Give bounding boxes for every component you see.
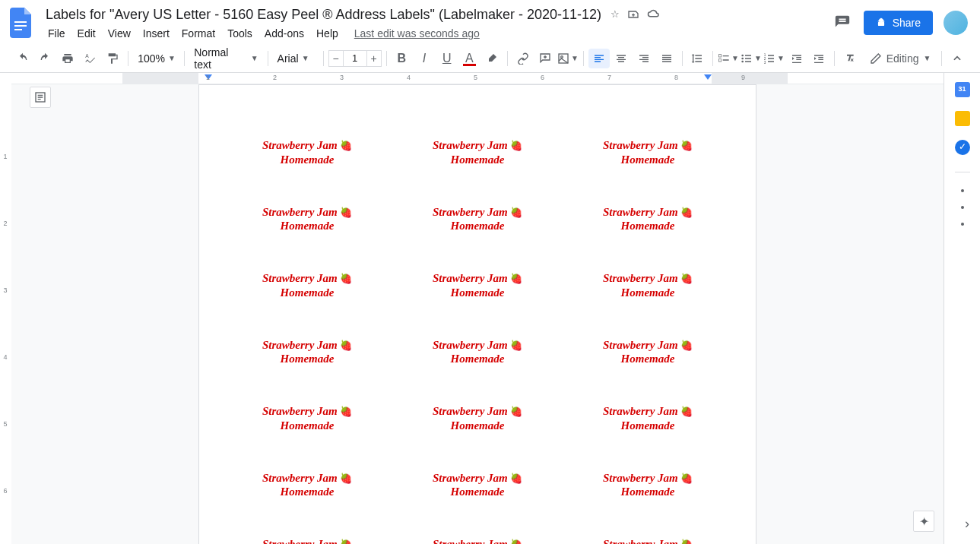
- svg-rect-0: [14, 21, 27, 23]
- numbered-list-button[interactable]: 123▼: [763, 49, 785, 68]
- collapse-toolbar-button[interactable]: [947, 49, 968, 68]
- share-button[interactable]: Share: [864, 11, 933, 35]
- menu-add-ons[interactable]: Add-ons: [259, 24, 309, 43]
- paint-format-button[interactable]: [103, 49, 124, 68]
- svg-point-6: [561, 55, 563, 58]
- svg-rect-3: [878, 22, 884, 26]
- label-cell[interactable]: Strawberry JamHomemade: [230, 205, 385, 234]
- explore-button[interactable]: ✦: [913, 511, 934, 532]
- horizontal-ruler: 123456789: [11, 73, 944, 84]
- move-icon[interactable]: [627, 8, 639, 21]
- svg-rect-7: [718, 54, 721, 56]
- underline-button[interactable]: U: [436, 49, 458, 68]
- tasks-icon[interactable]: [955, 140, 970, 155]
- keep-icon[interactable]: [955, 111, 970, 126]
- menu-file[interactable]: File: [43, 24, 71, 43]
- line-spacing-button[interactable]: [687, 49, 708, 68]
- side-dot: [961, 206, 964, 209]
- label-cell[interactable]: Strawberry JamHomemade: [570, 271, 725, 300]
- bold-button[interactable]: B: [392, 49, 413, 68]
- highlight-button[interactable]: [481, 49, 503, 68]
- comments-button[interactable]: [832, 12, 853, 33]
- star-icon[interactable]: ☆: [611, 8, 620, 21]
- label-cell[interactable]: Strawberry JamHomemade: [400, 471, 555, 500]
- label-cell[interactable]: Strawberry JamHomemade: [570, 138, 725, 167]
- menu-tools[interactable]: Tools: [222, 24, 258, 43]
- paragraph-style-select[interactable]: Normal text▼: [189, 49, 262, 68]
- right-indent-marker[interactable]: [704, 74, 712, 80]
- label-cell[interactable]: Strawberry JamHomemade: [230, 138, 385, 167]
- checklist-button[interactable]: ▼: [718, 49, 739, 68]
- svg-point-11: [741, 60, 744, 62]
- increase-indent-button[interactable]: [808, 49, 829, 68]
- align-right-button[interactable]: [633, 49, 655, 68]
- zoom-select[interactable]: 100%▼: [133, 49, 179, 68]
- label-cell[interactable]: Strawberry JamHomemade: [570, 404, 725, 433]
- document-page[interactable]: Strawberry JamHomemadeStrawberry JamHome…: [198, 84, 756, 544]
- label-cell[interactable]: Strawberry JamHomemade: [400, 138, 555, 167]
- redo-button[interactable]: [35, 49, 56, 68]
- label-cell[interactable]: Strawberry JamHomemade: [230, 537, 385, 544]
- insert-image-button[interactable]: ▼: [557, 49, 579, 68]
- document-title[interactable]: Labels for "Avery US Letter - 5160 Easy …: [43, 5, 604, 24]
- document-scroll[interactable]: 123456789 Strawberry JamHomemadeStrawber…: [11, 73, 944, 544]
- clear-formatting-button[interactable]: [839, 49, 861, 68]
- label-cell[interactable]: Strawberry JamHomemade: [400, 537, 555, 544]
- svg-rect-1: [14, 25, 27, 27]
- svg-text:A: A: [85, 52, 89, 58]
- align-center-button[interactable]: [611, 49, 633, 68]
- spellcheck-button[interactable]: A: [80, 49, 101, 68]
- svg-rect-8: [718, 59, 721, 61]
- cloud-icon[interactable]: [647, 8, 661, 21]
- menu-format[interactable]: Format: [176, 24, 220, 43]
- font-size-value[interactable]: 1: [344, 50, 366, 67]
- decrease-indent-button[interactable]: [786, 49, 807, 68]
- label-cell[interactable]: Strawberry JamHomemade: [570, 471, 725, 500]
- label-cell[interactable]: Strawberry JamHomemade: [570, 537, 725, 544]
- insert-comment-button[interactable]: [534, 49, 556, 68]
- text-color-button[interactable]: A: [459, 49, 480, 68]
- label-cell[interactable]: Strawberry JamHomemade: [400, 338, 555, 367]
- align-left-button[interactable]: [588, 49, 610, 68]
- font-size-decrease[interactable]: −: [328, 50, 344, 67]
- toolbar: A 100%▼ Normal text▼ Arial▼ − 1 + B I U …: [0, 44, 980, 73]
- label-cell[interactable]: Strawberry JamHomemade: [230, 404, 385, 433]
- side-dot: [961, 189, 964, 192]
- align-justify-button[interactable]: [656, 49, 677, 68]
- menu-edit[interactable]: Edit: [72, 24, 101, 43]
- vertical-ruler: 123456: [0, 73, 11, 544]
- side-panel-expand[interactable]: ›: [965, 516, 969, 532]
- print-button[interactable]: [57, 49, 78, 68]
- label-cell[interactable]: Strawberry JamHomemade: [400, 271, 555, 300]
- last-edit-link[interactable]: Last edit was seconds ago: [354, 27, 480, 40]
- svg-text:3: 3: [764, 60, 766, 64]
- label-cell[interactable]: Strawberry JamHomemade: [400, 404, 555, 433]
- insert-link-button[interactable]: [512, 49, 534, 68]
- svg-rect-2: [14, 29, 22, 30]
- label-cell[interactable]: Strawberry JamHomemade: [400, 205, 555, 234]
- side-dot: [961, 223, 964, 226]
- outline-toggle-button[interactable]: [30, 87, 51, 108]
- share-label: Share: [893, 17, 921, 29]
- font-size-control: − 1 +: [328, 50, 382, 67]
- label-cell[interactable]: Strawberry JamHomemade: [570, 205, 725, 234]
- font-select[interactable]: Arial▼: [273, 49, 319, 68]
- svg-point-10: [741, 57, 744, 59]
- label-cell[interactable]: Strawberry JamHomemade: [570, 338, 725, 367]
- menu-insert[interactable]: Insert: [138, 24, 175, 43]
- menu-help[interactable]: Help: [311, 24, 344, 43]
- label-cell[interactable]: Strawberry JamHomemade: [230, 271, 385, 300]
- svg-point-9: [741, 54, 744, 56]
- calendar-icon[interactable]: [955, 82, 970, 97]
- account-avatar[interactable]: [944, 11, 968, 35]
- font-size-increase[interactable]: +: [366, 50, 382, 67]
- docs-logo[interactable]: [6, 8, 36, 38]
- label-cell[interactable]: Strawberry JamHomemade: [230, 471, 385, 500]
- label-cell[interactable]: Strawberry JamHomemade: [230, 338, 385, 367]
- undo-button[interactable]: [12, 49, 33, 68]
- italic-button[interactable]: I: [414, 49, 435, 68]
- menu-view[interactable]: View: [103, 24, 136, 43]
- bulleted-list-button[interactable]: ▼: [741, 49, 762, 68]
- editing-mode-button[interactable]: Editing ▼: [864, 49, 937, 68]
- header: Labels for "Avery US Letter - 5160 Easy …: [0, 0, 980, 44]
